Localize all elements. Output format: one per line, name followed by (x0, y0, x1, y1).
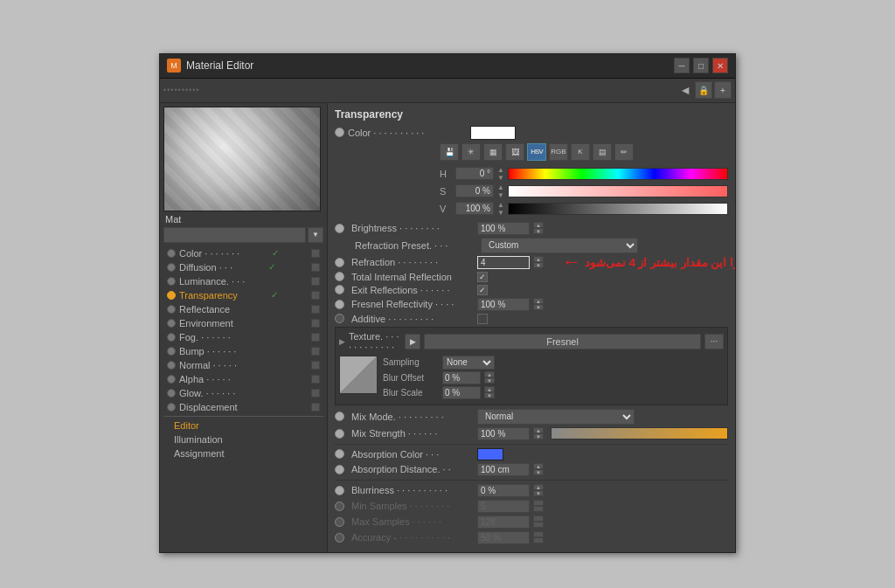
hsv-icon-btn[interactable]: HSV (527, 143, 546, 161)
accuracy-radio[interactable] (335, 533, 344, 543)
k-icon-btn[interactable]: K (571, 143, 590, 161)
reset-icon-btn[interactable]: ✳ (461, 143, 481, 161)
blur-scale-input[interactable] (442, 386, 481, 399)
image-icon-btn[interactable]: ▦ (483, 143, 503, 161)
additive-checkbox[interactable] (477, 314, 488, 324)
mix-mode-dropdown[interactable]: Normal Multiply (477, 409, 635, 425)
layer-item-displacement[interactable]: Displacement (163, 400, 323, 414)
layer-item-reflectance[interactable]: Reflectance (163, 302, 323, 316)
tir-checkbox[interactable]: ✓ (477, 272, 488, 282)
mix-strength-stepper[interactable]: ▲ ▼ (533, 427, 544, 439)
blurriness-input[interactable] (477, 484, 530, 497)
color-swatch[interactable] (470, 126, 516, 140)
blur-offset-stepper[interactable]: ▲ ▼ (484, 371, 495, 384)
blurriness-down[interactable]: ▼ (533, 490, 544, 496)
texture-triangle-icon[interactable]: ▶ (339, 337, 345, 346)
fresnel-btn[interactable]: Fresnel (424, 334, 701, 349)
absorption-color-radio[interactable] (335, 449, 344, 459)
layer-item-diffusion[interactable]: Diffusion · · · ✓ (163, 260, 323, 274)
brightness-down[interactable]: ▼ (533, 228, 544, 234)
accuracy-input[interactable] (477, 531, 530, 544)
layer-item-environment[interactable]: Environment (163, 316, 323, 330)
blur-scale-stepper[interactable]: ▲ ▼ (484, 386, 495, 398)
fresnel-ref-down[interactable]: ▼ (533, 304, 544, 310)
mat-name-input[interactable] (163, 227, 306, 243)
mix-mode-radio[interactable] (335, 412, 344, 421)
toolbar-lock-icon[interactable]: 🔒 (695, 81, 712, 99)
eyedropper-icon-btn[interactable]: ✏ (614, 143, 634, 161)
absorption-color-swatch[interactable] (477, 448, 503, 460)
s-slider[interactable] (508, 185, 728, 197)
absorption-dist-up[interactable]: ▲ (533, 463, 544, 469)
blurriness-stepper[interactable]: ▲ ▼ (533, 484, 544, 496)
save-icon-btn[interactable]: 💾 (440, 143, 459, 161)
blur-offset-up[interactable]: ▲ (484, 371, 495, 377)
blurriness-radio[interactable] (335, 486, 344, 495)
v-stepper[interactable]: ▲▼ (497, 201, 504, 217)
sub-item-editor[interactable]: Editor (170, 419, 323, 432)
close-button[interactable]: ✕ (712, 58, 728, 73)
blur-scale-up[interactable]: ▲ (484, 386, 495, 392)
h-stepper[interactable]: ▲▼ (497, 166, 504, 182)
sub-item-illumination[interactable]: Illumination (170, 432, 323, 446)
blurriness-up[interactable]: ▲ (533, 484, 544, 490)
layer-item-bump[interactable]: Bump · · · · · · (163, 344, 323, 358)
fresnel-ref-radio[interactable] (335, 300, 344, 309)
min-samples-radio[interactable] (335, 502, 344, 511)
three-dot-btn[interactable]: ··· (704, 334, 724, 349)
layer-item-alpha[interactable]: Alpha · · · · · (163, 372, 323, 386)
brightness-radio[interactable] (335, 224, 344, 233)
tir-radio[interactable] (335, 272, 344, 281)
exit-ref-checkbox[interactable]: ✓ (477, 285, 488, 295)
mix-strength-input[interactable] (477, 427, 530, 440)
layer-item-color[interactable]: Color · · · · · · · ✓ (163, 246, 323, 260)
blur-offset-input[interactable] (442, 371, 481, 384)
layer-item-glow[interactable]: Glow. · · · · · · (163, 386, 323, 400)
absorption-dist-stepper[interactable]: ▲ ▼ (533, 463, 544, 475)
texture-play-btn[interactable]: ▶ (405, 334, 420, 349)
additive-radio[interactable] (335, 314, 344, 323)
sub-item-assignment[interactable]: Assignment (170, 446, 323, 460)
fresnel-ref-up[interactable]: ▲ (533, 298, 544, 304)
v-slider[interactable] (508, 203, 728, 215)
exit-ref-radio[interactable] (335, 285, 344, 294)
sampling-dropdown[interactable]: None (442, 356, 495, 370)
s-value-input[interactable] (455, 184, 494, 197)
minimize-button[interactable]: ─ (674, 58, 690, 73)
mat-options-btn[interactable]: ▼ (308, 227, 323, 243)
absorption-dist-down[interactable]: ▼ (533, 469, 544, 475)
fresnel-ref-stepper[interactable]: ▲ ▼ (533, 298, 544, 310)
picker-icon-btn[interactable]: 🖼 (505, 143, 524, 161)
toolbar-add-icon[interactable]: + (714, 81, 732, 99)
max-samples-radio[interactable] (335, 517, 344, 527)
blur-scale-down[interactable]: ▼ (484, 392, 495, 398)
h-value-input[interactable] (455, 167, 494, 180)
palette-icon-btn[interactable]: ▤ (593, 143, 612, 161)
min-samples-input[interactable] (477, 500, 530, 513)
maximize-button[interactable]: □ (693, 58, 709, 73)
absorption-dist-radio[interactable] (335, 465, 344, 474)
mix-strength-up[interactable]: ▲ (533, 427, 544, 433)
refraction-input[interactable] (477, 256, 530, 269)
refraction-down[interactable]: ▼ (533, 262, 544, 268)
fresnel-ref-input[interactable] (477, 298, 530, 311)
refraction-radio[interactable] (335, 258, 344, 267)
rgb-icon-btn[interactable]: RGB (549, 143, 568, 161)
brightness-stepper[interactable]: ▲ ▼ (533, 222, 544, 234)
brightness-input[interactable] (477, 222, 530, 235)
refraction-stepper[interactable]: ▲ ▼ (533, 256, 544, 268)
mix-strength-down[interactable]: ▼ (533, 433, 544, 439)
mix-strength-radio[interactable] (335, 429, 344, 439)
max-samples-input[interactable] (477, 515, 530, 529)
layer-item-fog[interactable]: Fog. · · · · · · (163, 330, 323, 344)
layer-item-normal[interactable]: Normal · · · · · (163, 358, 323, 372)
v-value-input[interactable] (455, 202, 494, 215)
blur-offset-down[interactable]: ▼ (484, 377, 495, 384)
brightness-up[interactable]: ▲ (533, 222, 544, 228)
s-stepper[interactable]: ▲▼ (497, 183, 504, 199)
h-slider[interactable] (508, 168, 728, 180)
layer-item-luminance[interactable]: Luminance. · · · (163, 274, 323, 288)
refraction-up[interactable]: ▲ (533, 256, 544, 262)
absorption-dist-input[interactable] (477, 463, 530, 476)
layer-item-transparency[interactable]: Transparency ✓ (163, 288, 323, 302)
